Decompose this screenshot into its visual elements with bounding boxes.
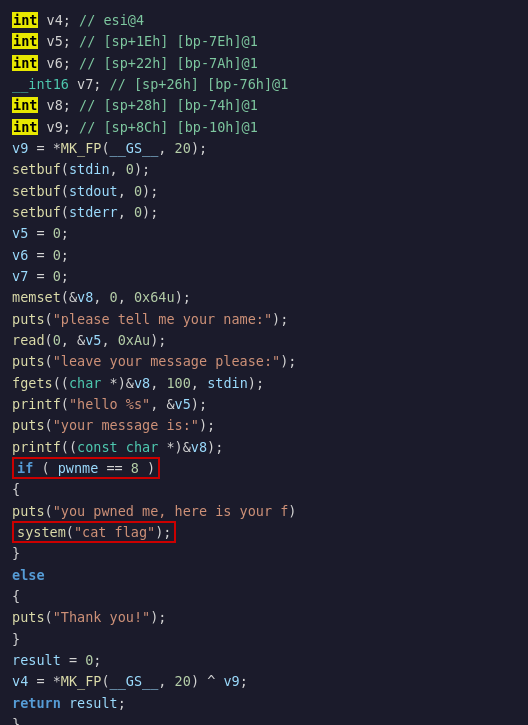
line-15: memset(&v8, 0, 0x64u); [12,287,516,308]
line-31: puts("Thank you!"); [12,607,516,628]
code-block: int v4; // esi@4 int v5; // [sp+1Eh] [bp… [0,0,528,725]
line-6: int v9; // [sp+8Ch] [bp-10h]@1 [12,117,516,138]
system-call-box: system("cat flag"); [12,521,176,543]
line-4: __int16 v7; // [sp+26h] [bp-76h]@1 [12,74,516,95]
line-10: setbuf(stdout, 0); [12,181,516,202]
line-20: printf("hello %s", &v5); [12,394,516,415]
line-21: puts("your message is:"); [12,415,516,436]
line-34: result = 0; [12,650,516,671]
line-29: else [12,565,516,586]
line-14: v7 = 0; [12,266,516,287]
line-13: v6 = 0; [12,245,516,266]
line-11: setbuf(stderr, 0); [12,202,516,223]
keyword-int-5: int [12,119,38,135]
line-8: v9 = *MK_FP(__GS__, 20); [12,138,516,159]
line-18: puts("leave your message please:"); [12,351,516,372]
line-22: printf((const char *)&v8); [12,437,516,458]
line-2: int v5; // [sp+1Eh] [bp-7Eh]@1 [12,31,516,52]
if-condition-box: if ( pwnme == 8 ) [12,457,160,479]
line-27: } [12,543,516,564]
line-9: setbuf(stdin, 0); [12,159,516,180]
line-3: int v6; // [sp+22h] [bp-7Ah]@1 [12,53,516,74]
code-viewer: int v4; // esi@4 int v5; // [sp+1Eh] [bp… [0,0,528,725]
line-25: puts("you pwned me, here is your f) [12,501,516,522]
line-26: system("cat flag"); [12,522,516,543]
keyword-int-4: int [12,97,38,113]
line-1: int v4; // esi@4 [12,10,516,31]
line-5: int v8; // [sp+28h] [bp-74h]@1 [12,95,516,116]
line-17: read(0, &v5, 0xAu); [12,330,516,351]
line-24: { [12,479,516,500]
keyword-int-2: int [12,33,38,49]
line-32: } [12,629,516,650]
keyword-int-3: int [12,55,38,71]
line-30: { [12,586,516,607]
line-35: v4 = *MK_FP(__GS__, 20) ^ v9; [12,671,516,692]
line-23: if ( pwnme == 8 ) [12,458,516,479]
line-16: puts("please tell me your name:"); [12,309,516,330]
keyword-int-1: int [12,12,38,28]
line-12: v5 = 0; [12,223,516,244]
line-19: fgets((char *)&v8, 100, stdin); [12,373,516,394]
line-37: } [12,714,516,725]
line-36: return result; [12,693,516,714]
